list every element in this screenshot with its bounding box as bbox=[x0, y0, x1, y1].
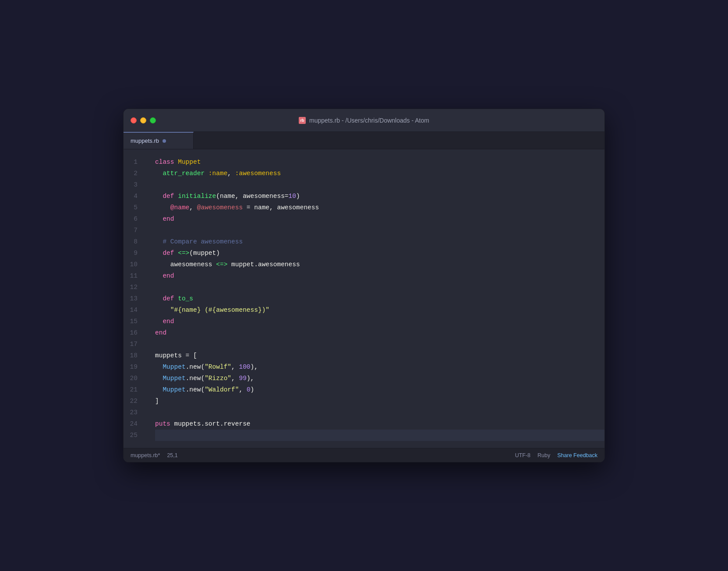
line-number: 24 bbox=[124, 418, 145, 430]
code-line: end bbox=[155, 327, 604, 338]
atom-window: rb muppets.rb - /Users/chris/Downloads -… bbox=[123, 109, 605, 462]
line-number: 4 bbox=[124, 190, 145, 202]
line-number: 15 bbox=[124, 316, 145, 327]
share-feedback-button[interactable]: Share Feedback bbox=[557, 452, 597, 458]
line-number: 25 bbox=[124, 430, 145, 441]
code-line: muppets = [ bbox=[155, 350, 604, 361]
code-line: def <=>(muppet) bbox=[155, 247, 604, 259]
code-line: Muppet.new("Waldorf", 0) bbox=[155, 384, 604, 395]
code-line: "#{name} (#{awesomeness})" bbox=[155, 304, 604, 316]
titlebar: rb muppets.rb - /Users/chris/Downloads -… bbox=[124, 109, 604, 132]
tab-modified-indicator bbox=[163, 139, 166, 143]
line-number: 23 bbox=[124, 407, 145, 418]
line-number: 2 bbox=[124, 168, 145, 179]
code-line: Muppet.new("Rowlf", 100), bbox=[155, 361, 604, 373]
line-number: 19 bbox=[124, 361, 145, 373]
status-cursor: 25,1 bbox=[167, 452, 177, 458]
line-number: 11 bbox=[124, 270, 145, 282]
line-number: 6 bbox=[124, 213, 145, 225]
code-line: def initialize(name, awesomeness=10) bbox=[155, 190, 604, 202]
line-number: 7 bbox=[124, 225, 145, 236]
line-number: 1 bbox=[124, 156, 145, 168]
line-number: 12 bbox=[124, 282, 145, 293]
code-line: ​ bbox=[155, 179, 604, 190]
file-icon: rb bbox=[299, 117, 306, 124]
code-line: class Muppet bbox=[155, 156, 604, 168]
line-number: 5 bbox=[124, 202, 145, 213]
code-line: awesomeness <=> muppet.awesomeness bbox=[155, 259, 604, 270]
status-bar: muppets.rb* 25,1 UTF-8 Ruby Share Feedba… bbox=[124, 448, 604, 462]
line-number: 18 bbox=[124, 350, 145, 361]
line-number: 3 bbox=[124, 179, 145, 190]
line-number: 20 bbox=[124, 373, 145, 384]
code-line: puts muppets.sort.reverse bbox=[155, 418, 604, 430]
line-number: 9 bbox=[124, 247, 145, 259]
line-number: 8 bbox=[124, 236, 145, 247]
line-number: 16 bbox=[124, 327, 145, 338]
code-line: Muppet.new("Rizzo", 99), bbox=[155, 373, 604, 384]
code-line: ] bbox=[155, 395, 604, 407]
window-title: rb muppets.rb - /Users/chris/Downloads -… bbox=[299, 117, 429, 124]
line-number: 13 bbox=[124, 293, 145, 304]
editor-area: 1234567891011121314151617181920212223242… bbox=[124, 149, 604, 448]
code-line: def to_s bbox=[155, 293, 604, 304]
line-number: 17 bbox=[124, 338, 145, 350]
tab-bar: muppets.rb bbox=[124, 132, 604, 149]
traffic-lights bbox=[131, 117, 156, 123]
line-number: 14 bbox=[124, 304, 145, 316]
code-line: ​ bbox=[155, 430, 604, 441]
close-button[interactable] bbox=[131, 117, 137, 123]
title-text: muppets.rb - /Users/chris/Downloads - At… bbox=[309, 117, 429, 124]
status-encoding: UTF-8 bbox=[515, 452, 530, 458]
code-line: # Compare awesomeness bbox=[155, 236, 604, 247]
status-left: muppets.rb* 25,1 bbox=[131, 452, 178, 458]
code-line: end bbox=[155, 213, 604, 225]
code-line: ​ bbox=[155, 225, 604, 236]
code-line: attr_reader :name, :awesomeness bbox=[155, 168, 604, 179]
line-number: 22 bbox=[124, 395, 145, 407]
maximize-button[interactable] bbox=[150, 117, 156, 123]
code-line: ​ bbox=[155, 338, 604, 350]
code-line: ​ bbox=[155, 407, 604, 418]
code-line: end bbox=[155, 270, 604, 282]
status-file: muppets.rb* bbox=[131, 452, 160, 458]
minimize-button[interactable] bbox=[140, 117, 146, 123]
line-number: 10 bbox=[124, 259, 145, 270]
line-number: 21 bbox=[124, 384, 145, 395]
code-line: end bbox=[155, 316, 604, 327]
status-language: Ruby bbox=[537, 452, 550, 458]
tab-muppets[interactable]: muppets.rb bbox=[124, 132, 194, 149]
code-line: @name, @awesomeness = name, awesomeness bbox=[155, 202, 604, 213]
status-right: UTF-8 Ruby Share Feedback bbox=[515, 452, 597, 458]
code-line: ​ bbox=[155, 282, 604, 293]
code-editor[interactable]: class Muppet attr_reader :name, :awesome… bbox=[148, 149, 604, 448]
tab-label: muppets.rb bbox=[131, 137, 159, 144]
line-numbers: 1234567891011121314151617181920212223242… bbox=[124, 149, 148, 448]
